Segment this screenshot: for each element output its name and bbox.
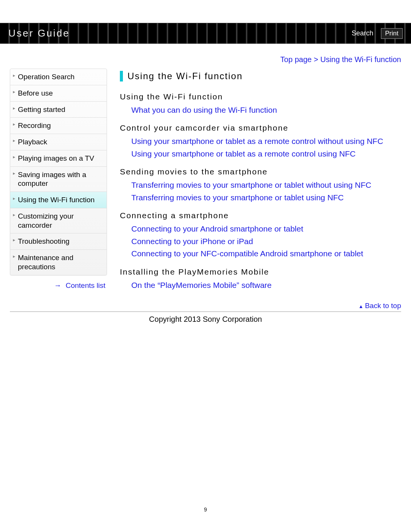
content-link[interactable]: Transferring movies to your smartphone o… [131,179,401,191]
content-link[interactable]: Connecting to your NFC-compatible Androi… [131,248,401,259]
sidebar-item[interactable]: Saving images with a computer [10,167,107,192]
print-button[interactable]: Print [381,28,403,39]
back-to-top-link[interactable]: ▲Back to top [358,302,401,310]
content-link[interactable]: Using your smartphone or tablet as a rem… [131,136,401,147]
content-link[interactable]: On the “PlayMemories Mobile” software [131,280,401,291]
main-content: Using the Wi-Fi function Using the Wi-Fi… [107,69,401,292]
section-heading: Control your camcorder via smartphone [120,123,401,133]
header-bar: User Guide Search Print [0,23,411,44]
section-heading: Using the Wi-Fi function [120,92,401,101]
sidebar-item[interactable]: Before use [10,85,107,102]
content-link[interactable]: What you can do using the Wi-Fi function [131,104,401,116]
copyright-text: Copyright 2013 Sony Corporation [0,313,411,324]
contents-list-link[interactable]: Contents list [65,281,105,289]
sidebar-item[interactable]: Playing images on a TV [10,150,107,167]
sidebar-item[interactable]: Using the Wi-Fi function [10,192,107,208]
app-title: User Guide [8,27,70,39]
up-triangle-icon: ▲ [358,304,363,309]
section-heading: Installing the PlayMemories Mobile [120,267,401,276]
section-heading: Sending movies to the smartphone [120,167,401,176]
sidebar: Operation SearchBefore useGetting starte… [10,69,107,292]
search-link[interactable]: Search [352,29,373,37]
content-link[interactable]: Connecting to your Android smartphone or… [131,223,401,235]
back-to-top-label: Back to top [365,302,401,310]
sidebar-item[interactable]: Operation Search [10,69,107,85]
section-heading: Connecting a smartphone [120,211,401,220]
back-to-top-row: ▲Back to top [0,292,411,311]
sidebar-item[interactable]: Recording [10,118,107,134]
sidebar-item[interactable]: Maintenance and precautions [10,250,107,275]
section-links: What you can do using the Wi-Fi function [120,104,401,116]
sidebar-item[interactable]: Playback [10,134,107,150]
sidebar-item[interactable]: Customizing your camcorder [10,208,107,234]
breadcrumb[interactable]: Top page > Using the Wi-Fi function [0,44,411,69]
content-link[interactable]: Using your smartphone or tablet as a rem… [131,148,401,160]
content-link[interactable]: Connecting to your iPhone or iPad [131,236,401,247]
contents-list-row: → Contents list [10,275,107,290]
arrow-right-icon: → [54,281,61,289]
sidebar-item[interactable]: Getting started [10,102,107,118]
section-links: On the “PlayMemories Mobile” software [120,280,401,291]
footer-rule [10,312,401,312]
header-actions: Search Print [352,28,403,39]
content-link[interactable]: Transferring movies to your smartphone o… [131,192,401,203]
page-number: 9 [0,506,411,513]
section-links: Transferring movies to your smartphone o… [120,179,401,203]
section-links: Connecting to your Android smartphone or… [120,223,401,259]
page-title: Using the Wi-Fi function [120,71,401,81]
sidebar-item[interactable]: Troubleshooting [10,233,107,250]
sidebar-nav: Operation SearchBefore useGetting starte… [10,69,107,275]
section-links: Using your smartphone or tablet as a rem… [120,136,401,160]
